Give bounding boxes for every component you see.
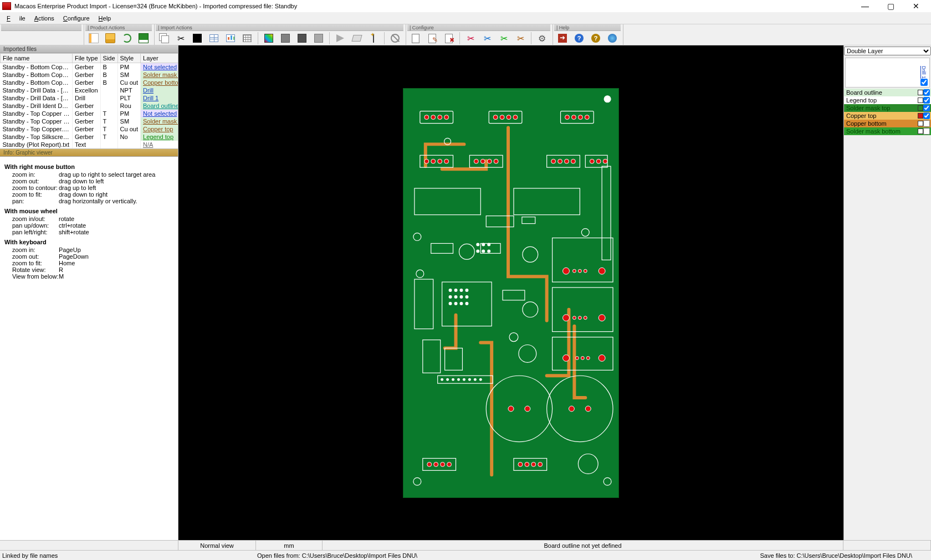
col-filename[interactable]: File name (1, 54, 73, 63)
new-button[interactable] (86, 32, 101, 44)
eraser-button[interactable] (350, 32, 364, 44)
status-save: Save files to: C:\Users\Bruce\Desktop\Im… (760, 552, 929, 559)
layer-checkbox[interactable] (923, 112, 930, 119)
layer-checkbox[interactable] (923, 128, 930, 135)
layer-list: Board outlineLegend topSolder mask topCo… (844, 89, 931, 135)
svg-point-85 (585, 405, 591, 411)
imported-files-header: Imported files (0, 45, 178, 53)
layer-row[interactable]: Copper bottom (844, 120, 931, 127)
layer-checkbox[interactable] (923, 105, 930, 111)
table-row[interactable]: Standby - Bottom Copper (P...GerberBPMNo… (1, 63, 178, 71)
table-row[interactable]: Standby - Drill Data - [Throu...DrillPLT… (1, 94, 178, 102)
layer-checkbox[interactable] (923, 97, 930, 104)
svg-point-86 (427, 462, 432, 466)
drill-checkbox[interactable] (920, 79, 928, 86)
close-button[interactable]: ✕ (903, 0, 929, 12)
table-row[interactable]: Standby - Drill Ident Drawing...GerberRo… (1, 102, 178, 110)
table-button[interactable] (207, 32, 221, 44)
scissors4-button[interactable]: ✂ (497, 32, 511, 44)
doc-button[interactable] (408, 32, 423, 44)
svg-rect-12 (522, 217, 535, 223)
grid-button[interactable] (240, 32, 254, 44)
scissors5-button[interactable]: ✂ (513, 32, 528, 44)
svg-point-26 (509, 332, 518, 341)
menu-configure[interactable]: Configure (59, 14, 94, 23)
scissors3-button[interactable]: ✂ (480, 32, 494, 44)
section-label-import: | Import Actions (156, 24, 403, 31)
svg-point-50 (578, 115, 582, 119)
status-view: Normal view (178, 541, 256, 550)
svg-point-38 (603, 477, 611, 485)
cut-button[interactable]: ✂ (173, 32, 188, 44)
reload-button[interactable] (120, 32, 134, 44)
layer-mode-select[interactable]: Double Layer (844, 47, 931, 55)
layer-row[interactable]: Copper top (844, 112, 931, 120)
layer-checkbox[interactable] (923, 120, 930, 127)
info-header: Info: Graphic viewer (0, 149, 178, 157)
layer-checkbox[interactable] (923, 89, 930, 96)
settings-button[interactable]: ⚙ (535, 32, 549, 44)
minimize-button[interactable]: — (852, 0, 878, 12)
svg-point-51 (585, 115, 589, 119)
table-row[interactable]: Standby - Top Copper.gbrGerberTCu outCop… (1, 125, 178, 133)
chart-button[interactable] (223, 32, 238, 44)
wand-button[interactable] (366, 32, 381, 44)
col-layer[interactable]: Layer (141, 54, 178, 63)
web-button[interactable] (605, 32, 620, 44)
table-row[interactable]: Standby - Bottom Copper (R...GerberBSMSo… (1, 71, 178, 79)
stack-button[interactable] (157, 32, 171, 44)
svg-point-28 (519, 345, 536, 362)
svg-point-66 (603, 159, 607, 163)
svg-point-118 (474, 378, 477, 381)
col-filetype[interactable]: File type (73, 54, 101, 63)
wedge-button[interactable] (333, 32, 347, 44)
grey3-button[interactable] (311, 32, 326, 44)
svg-rect-27 (553, 337, 613, 370)
layer-row[interactable]: Solder mask bottom (844, 127, 931, 135)
scissors2-button[interactable]: ✂ (463, 32, 478, 44)
help2-button[interactable]: ? (589, 32, 603, 44)
layer-row[interactable]: Board outline (844, 89, 931, 96)
docedit-button[interactable] (425, 32, 439, 44)
svg-point-90 (518, 462, 523, 466)
menu-help[interactable]: Help (94, 14, 116, 23)
file-table[interactable]: File name File type Side Style Layer Sta… (0, 53, 178, 149)
svg-point-110 (482, 249, 485, 253)
svg-point-111 (487, 249, 490, 253)
left-panel: Imported files File name File type Side … (0, 45, 178, 540)
svg-point-46 (507, 115, 511, 119)
colors-button[interactable] (262, 32, 276, 44)
table-row[interactable]: Standby - Bottom Copper.gbrGerberBCu out… (1, 79, 178, 86)
table-row[interactable]: Standby - Top Silkscreen.gbrGerberTNoLeg… (1, 133, 178, 141)
table-row[interactable]: Standby (Plot Report).txtTextN/A (1, 141, 178, 148)
save-button[interactable] (136, 32, 151, 44)
fill-button[interactable] (190, 32, 204, 44)
layer-row[interactable]: Legend top (844, 96, 931, 104)
pcb-viewer[interactable] (178, 45, 843, 540)
svg-point-32 (486, 376, 552, 441)
help-button[interactable]: ? (572, 32, 586, 44)
grey1-button[interactable] (278, 32, 293, 44)
info-h1: With right mouse button (4, 163, 173, 170)
table-row[interactable]: Standby - Top Copper (Resis...GerberTSMS… (1, 117, 178, 125)
layer-row[interactable]: Solder mask top (844, 104, 931, 112)
col-style[interactable]: Style (117, 54, 140, 63)
svg-point-115 (457, 378, 460, 381)
col-side[interactable]: Side (100, 54, 117, 63)
menu-file[interactable]: File (2, 14, 30, 23)
table-row[interactable]: Standby - Top Copper (Paste...GerberTPMN… (1, 110, 178, 117)
menu-actions[interactable]: Actions (30, 14, 59, 23)
svg-point-43 (444, 115, 449, 119)
svg-point-65 (596, 159, 601, 163)
drill-label[interactable]: Drill 1 (921, 66, 927, 79)
svg-point-109 (476, 249, 479, 253)
open-button[interactable] (103, 32, 117, 44)
grey2-button[interactable] (295, 32, 309, 44)
docdel-button[interactable] (442, 32, 456, 44)
maximize-button[interactable]: ▢ (878, 0, 903, 12)
table-row[interactable]: Standby - Drill Data - [Throu...Excellon… (1, 86, 178, 94)
svg-point-44 (493, 115, 498, 119)
exit-button[interactable] (555, 32, 570, 44)
disable-button[interactable] (388, 32, 402, 44)
svg-point-45 (500, 115, 504, 119)
